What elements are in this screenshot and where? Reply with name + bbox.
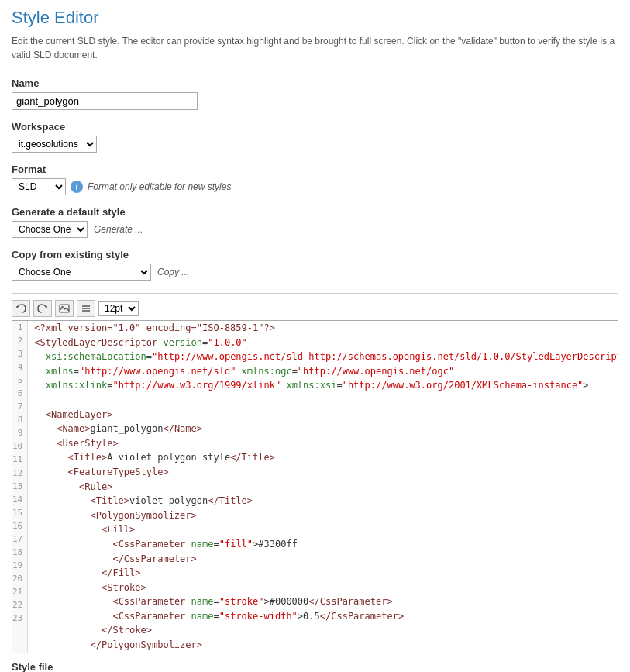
image-button[interactable]: [55, 300, 74, 317]
divider: [12, 293, 618, 294]
undo-icon: [15, 303, 26, 314]
font-size-select[interactable]: 12pt 10pt 14pt: [98, 301, 139, 316]
copy-select[interactable]: Choose One: [12, 264, 151, 281]
code-table: 1234567891011121314151617181920212223<?x…: [12, 321, 618, 653]
list-icon: [81, 303, 91, 314]
image-icon: [59, 303, 70, 314]
style-file-section: Style file Browse... No file selected. U…: [12, 661, 618, 672]
redo-button[interactable]: [33, 300, 52, 317]
copy-link[interactable]: Copy ...: [157, 267, 189, 277]
line-numbers: 1234567891011121314151617181920212223: [12, 321, 28, 653]
workspace-label: Workspace: [12, 121, 618, 133]
list-button[interactable]: [77, 300, 95, 317]
editor-toolbar: 12pt 10pt 14pt: [12, 300, 618, 317]
copy-label: Copy from existing style: [12, 249, 618, 260]
generate-select[interactable]: Choose One: [12, 221, 88, 238]
name-label: Name: [12, 78, 618, 89]
page-title: Style Editor: [12, 8, 618, 28]
page-description: Edit the current SLD style. The editor c…: [12, 34, 618, 62]
workspace-select[interactable]: it.geosolutions: [12, 136, 97, 153]
name-input[interactable]: [12, 92, 198, 110]
redo-icon: [37, 303, 48, 314]
format-label: Format: [12, 164, 618, 175]
info-icon: i: [71, 181, 83, 193]
code-content: <?xml version="1.0" encoding="ISO-8859-1…: [28, 321, 618, 653]
undo-button[interactable]: [12, 300, 30, 317]
style-file-label: Style file: [12, 661, 618, 672]
code-editor[interactable]: 1234567891011121314151617181920212223<?x…: [12, 320, 618, 653]
code-row: 1234567891011121314151617181920212223<?x…: [12, 321, 618, 653]
generate-label: Generate a default style: [12, 206, 618, 218]
generate-link[interactable]: Generate ...: [94, 224, 143, 235]
format-note: Format only editable for new styles: [88, 181, 231, 192]
format-select[interactable]: SLD: [12, 178, 66, 195]
